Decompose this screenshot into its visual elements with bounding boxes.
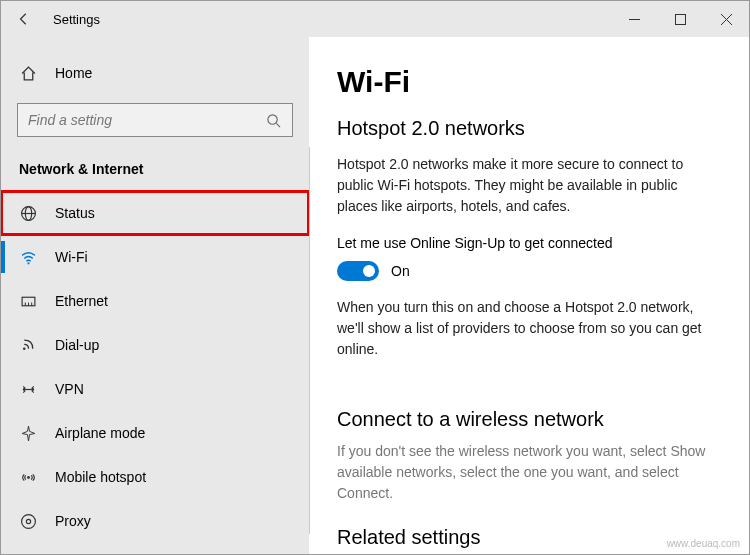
toggle-label: Let me use Online Sign-Up to get connect…: [337, 235, 721, 251]
minimize-button[interactable]: [611, 1, 657, 37]
page-title: Wi-Fi: [337, 65, 721, 99]
section-description: If you don't see the wireless network yo…: [337, 441, 721, 504]
search-box[interactable]: [17, 103, 293, 137]
content-pane: Wi-Fi Hotspot 2.0 networks Hotspot 2.0 n…: [309, 37, 749, 554]
titlebar: Settings: [1, 1, 749, 37]
settings-window: Settings Home Network: [0, 0, 750, 555]
home-icon: [19, 64, 37, 82]
sidebar-item-label: Status: [55, 205, 95, 221]
search-input[interactable]: [28, 112, 264, 128]
sidebar-item-label: Mobile hotspot: [55, 469, 146, 485]
toggle-state: On: [391, 263, 410, 279]
proxy-icon: [19, 512, 37, 530]
sidebar-item-ethernet[interactable]: Ethernet: [1, 279, 309, 323]
svg-line-5: [276, 123, 280, 127]
sidebar-item-label: Airplane mode: [55, 425, 145, 441]
svg-point-24: [26, 519, 30, 523]
svg-point-22: [27, 476, 30, 479]
svg-point-23: [21, 514, 35, 528]
home-label: Home: [55, 65, 92, 81]
close-button[interactable]: [703, 1, 749, 37]
sidebar-item-proxy[interactable]: Proxy: [1, 499, 309, 543]
svg-line-21: [31, 390, 33, 392]
svg-point-4: [267, 114, 276, 123]
svg-rect-1: [675, 14, 685, 24]
wifi-icon: [19, 248, 37, 266]
section-description: When you turn this on and choose a Hotsp…: [337, 297, 721, 360]
section-heading: Connect to a wireless network: [337, 408, 721, 431]
search-icon: [264, 111, 282, 129]
window-title: Settings: [53, 12, 100, 27]
divider: [309, 147, 310, 534]
globe-icon: [19, 204, 37, 222]
svg-line-19: [31, 386, 33, 388]
minimize-icon: [629, 14, 640, 25]
ethernet-icon: [19, 292, 37, 310]
section-description: Hotspot 2.0 networks make it more secure…: [337, 154, 721, 217]
section-heading: Related settings: [337, 526, 721, 549]
close-icon: [721, 14, 732, 25]
watermark: www.deuaq.com: [667, 538, 740, 549]
back-button[interactable]: [15, 12, 33, 26]
svg-line-18: [23, 386, 25, 388]
sidebar-item-hotspot[interactable]: Mobile hotspot: [1, 455, 309, 499]
svg-line-20: [23, 390, 25, 392]
sidebar: Home Network & Internet Status Wi-Fi: [1, 37, 309, 554]
svg-point-14: [22, 347, 25, 350]
hotspot-icon: [19, 468, 37, 486]
sidebar-item-airplane[interactable]: Airplane mode: [1, 411, 309, 455]
vpn-icon: [19, 380, 37, 398]
sidebar-category: Network & Internet: [1, 153, 309, 191]
sidebar-item-wifi[interactable]: Wi-Fi: [1, 235, 309, 279]
sidebar-item-label: Dial-up: [55, 337, 99, 353]
section-heading: Hotspot 2.0 networks: [337, 117, 721, 140]
airplane-icon: [19, 424, 37, 442]
sidebar-item-vpn[interactable]: VPN: [1, 367, 309, 411]
dialup-icon: [19, 336, 37, 354]
sidebar-home[interactable]: Home: [1, 53, 309, 93]
arrow-left-icon: [17, 12, 31, 26]
svg-point-9: [27, 262, 29, 264]
online-signup-toggle[interactable]: [337, 261, 379, 281]
sidebar-item-label: VPN: [55, 381, 84, 397]
maximize-button[interactable]: [657, 1, 703, 37]
sidebar-item-label: Proxy: [55, 513, 91, 529]
sidebar-item-status[interactable]: Status: [1, 191, 309, 235]
maximize-icon: [675, 14, 686, 25]
sidebar-item-label: Wi-Fi: [55, 249, 88, 265]
sidebar-item-label: Ethernet: [55, 293, 108, 309]
sidebar-item-dialup[interactable]: Dial-up: [1, 323, 309, 367]
